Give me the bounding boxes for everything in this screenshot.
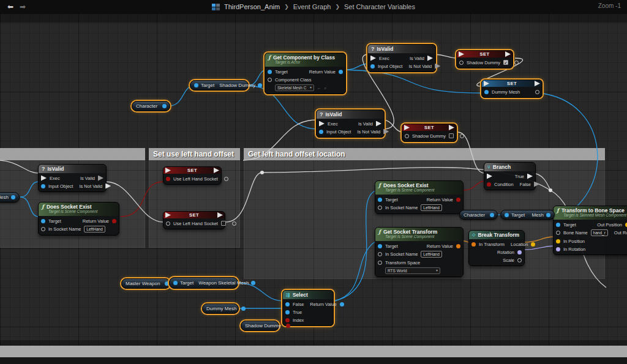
node-isvalid-top[interactable]: ? IsValid Exec Is Valid Input Object Is … — [367, 44, 436, 72]
exec-out-pin[interactable] — [214, 168, 219, 173]
is-valid-out-pin[interactable] — [376, 121, 381, 127]
back-arrow-icon[interactable]: ⬅ — [7, 2, 13, 12]
pill-master-weapon[interactable]: Master Weapon — [121, 278, 170, 289]
node-get-socket-transform[interactable]: ƒ Get Socket Transform Target is Scene C… — [375, 227, 464, 277]
exec-in-pin[interactable] — [370, 56, 376, 61]
bottom-comment-bar[interactable] — [0, 346, 627, 357]
transform-space-pin[interactable] — [378, 261, 382, 265]
browse-icon[interactable]: ⌕ — [325, 86, 327, 91]
bool-in-pin[interactable] — [405, 134, 409, 138]
exec-out-pin[interactable] — [217, 212, 223, 218]
transform-space-dropdown[interactable]: RTS World — [385, 267, 440, 274]
socket-name-field[interactable]: LeftHand — [421, 204, 441, 211]
exec-out-pin[interactable] — [535, 81, 540, 86]
out-pin[interactable] — [258, 83, 262, 87]
bool-in-pin[interactable] — [166, 177, 170, 181]
node-break-transform[interactable]: ⬦ Break Transform In Transform Location … — [468, 230, 525, 266]
use-asset-icon[interactable]: ← — [317, 86, 321, 90]
pill-shadow-dummy[interactable]: Shadow Dummy — [241, 321, 279, 331]
out-pin[interactable] — [162, 104, 167, 108]
bool-out-pin[interactable] — [460, 134, 464, 138]
exec-in-pin[interactable] — [487, 174, 492, 179]
true-in-pin[interactable] — [285, 310, 290, 314]
node-set-dummy-mesh[interactable]: SET Dummy Mesh — [481, 80, 543, 98]
is-valid-out-pin[interactable] — [98, 176, 103, 181]
node-branch[interactable]: ⑂ Branch True Condition False — [484, 162, 536, 190]
index-in-pin[interactable] — [285, 318, 290, 322]
node-set-shadow-dummy-middle[interactable]: SET Shadow Dummy — [402, 124, 457, 142]
out-pin[interactable] — [546, 213, 550, 217]
target-pin[interactable] — [41, 219, 45, 223]
object-in-pin[interactable] — [484, 90, 489, 94]
exec-out-pin[interactable] — [449, 125, 454, 130]
exec-in-pin[interactable] — [404, 125, 410, 130]
object-out-pin[interactable] — [535, 90, 539, 94]
target-pin[interactable] — [173, 281, 178, 285]
rotation-out-pin[interactable] — [517, 250, 522, 254]
bool-out-pin[interactable] — [224, 177, 228, 181]
exec-in-pin[interactable] — [165, 168, 171, 173]
breadcrumb-event-graph[interactable]: Event Graph — [293, 3, 331, 10]
out-pin[interactable] — [490, 213, 494, 217]
node-get-component-by-class[interactable]: ƒ Get Component by Class Target is Actor… — [265, 53, 346, 94]
target-pin[interactable] — [505, 213, 509, 217]
bone-name-pin[interactable] — [556, 231, 560, 235]
pill-skeletal-mesh-clipped[interactable]: al Mesh — [0, 192, 20, 202]
pill-target-shadow-dummy[interactable]: Target Shadow Dummy — [190, 80, 249, 91]
in-position-pin[interactable] — [556, 239, 560, 243]
exec-in-pin[interactable] — [165, 212, 171, 218]
pill-character[interactable]: Character — [132, 101, 170, 111]
condition-pin[interactable] — [487, 182, 491, 187]
comment-title[interactable]: Get left hand offset location — [244, 148, 605, 160]
breadcrumb-root[interactable]: ThirdPerson_Anim — [224, 3, 280, 10]
target-pin[interactable] — [378, 244, 382, 248]
comment-title[interactable] — [0, 148, 145, 160]
is-valid-out-pin[interactable] — [427, 56, 433, 61]
out-pin[interactable] — [11, 195, 15, 199]
pill-dummy-mesh[interactable]: Dummy Mesh — [202, 303, 239, 314]
target-pin[interactable] — [378, 198, 382, 202]
breadcrumb-function[interactable]: Set Character Variables — [344, 3, 415, 10]
in-transform-pin[interactable] — [471, 242, 476, 247]
pill-target-mesh[interactable]: Target Mesh — [500, 210, 555, 220]
pill-target-weapon-skeletal-mesh[interactable]: Target Weapon Skeletal Mesh — [169, 277, 238, 289]
return-value-pin[interactable] — [456, 198, 460, 202]
node-does-socket-exist-center[interactable]: ƒ Does Socket Exist Target is Scene Comp… — [375, 180, 464, 214]
class-dropdown[interactable]: Skeletal Mesh C — [275, 84, 314, 91]
input-object-pin[interactable] — [41, 184, 45, 188]
node-set-use-left-hand-socket-top[interactable]: SET Use Left Hand Socket — [163, 166, 222, 185]
return-value-pin[interactable] — [339, 70, 343, 74]
bone-name-field[interactable]: hand_r — [591, 229, 608, 236]
node-set-use-left-hand-socket-bottom[interactable]: SET Use Left Hand Socket — [163, 211, 225, 229]
node-isvalid-middle[interactable]: ? IsValid Exec Is Valid Input Object Is … — [316, 110, 385, 138]
forward-arrow-icon[interactable]: ➡ — [20, 2, 26, 12]
comment-title[interactable]: Set use left hand offset — [149, 148, 240, 160]
bool-out-pin[interactable] — [514, 61, 519, 65]
false-in-pin[interactable] — [285, 302, 290, 306]
exec-in-pin[interactable] — [484, 81, 489, 86]
bool-in-pin[interactable] — [459, 61, 464, 65]
return-value-pin[interactable] — [112, 219, 116, 223]
return-value-pin[interactable] — [340, 302, 344, 306]
in-rotation-pin[interactable] — [556, 247, 560, 251]
in-socket-name-pin[interactable] — [41, 227, 45, 231]
node-select[interactable]: ⇶ Select False Return Value True Index — [282, 290, 334, 326]
out-pin[interactable] — [286, 324, 290, 328]
bool-in-pin[interactable] — [166, 221, 170, 226]
in-socket-name-pin[interactable] — [378, 252, 382, 256]
target-pin[interactable] — [556, 223, 560, 227]
exec-in-pin[interactable] — [319, 121, 325, 127]
scale-out-pin[interactable] — [517, 258, 522, 262]
socket-name-field[interactable]: LeftHand — [421, 251, 441, 258]
bool-checkbox[interactable] — [503, 60, 508, 65]
target-pin[interactable] — [268, 70, 272, 74]
bool-checkbox[interactable] — [449, 133, 454, 138]
input-object-pin[interactable] — [319, 130, 323, 134]
exec-out-pin[interactable] — [505, 51, 511, 57]
comment-set-use-left-hand-offset[interactable]: Set use left hand offset — [149, 148, 240, 248]
node-set-shadow-dummy-top[interactable]: SET Shadow Dummy — [456, 50, 513, 69]
component-class-pin[interactable] — [268, 78, 272, 82]
true-out-pin[interactable] — [527, 174, 533, 179]
exec-in-pin[interactable] — [459, 51, 464, 57]
pill-character-right[interactable]: Character — [459, 210, 498, 220]
